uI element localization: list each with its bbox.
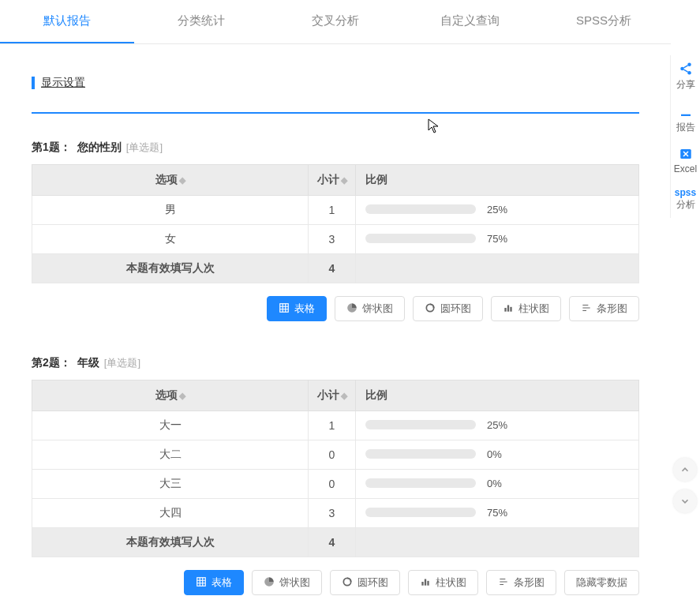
svg-point-12 (687, 71, 691, 75)
footer-total: 4 (309, 254, 356, 283)
svg-rect-7 (421, 582, 423, 586)
report-download-button[interactable]: 报告 (671, 98, 700, 141)
tab-4[interactable]: SPSS分析 (537, 0, 671, 43)
share-button[interactable]: 分享 (671, 55, 700, 98)
spss-icon: spss (675, 187, 696, 198)
question-number: 第1题： (32, 141, 71, 153)
question-block: 第2题：年级[单选题]选项◆小计◆比例大一125%大二00%大三00%大四375… (32, 356, 639, 595)
table-row: 女375% (32, 225, 639, 254)
tab-3[interactable]: 自定义查询 (402, 0, 537, 43)
table-row: 大三00% (32, 470, 639, 499)
header-subtotal[interactable]: 小计◆ (309, 380, 356, 411)
footer-label: 本题有效填写人次 (32, 528, 309, 557)
svg-rect-5 (197, 577, 206, 586)
question-type: [单选题] (126, 141, 163, 153)
table-row: 男125% (32, 196, 639, 225)
sort-icon: ◆ (341, 391, 347, 400)
chevron-down-icon (679, 496, 691, 507)
donut-chart-button[interactable]: 圆环图 (413, 296, 483, 321)
count-cell: 0 (309, 440, 356, 470)
bar-icon (420, 576, 431, 590)
data-table: 选项◆小计◆比例男125%女375%本题有效填写人次4 (32, 164, 639, 283)
table-icon (196, 576, 207, 590)
chart-type-buttons: 表格饼状图圆环图柱状图条形图 (32, 296, 639, 321)
tabs-nav: 默认报告分类统计交叉分析自定义查询SPSS分析 (0, 0, 671, 44)
table-footer: 本题有效填写人次4 (32, 528, 639, 557)
display-settings[interactable]: 显示设置 (32, 76, 639, 90)
barh-icon (498, 576, 509, 590)
svg-rect-2 (504, 308, 506, 312)
svg-rect-3 (507, 305, 509, 311)
header-option[interactable]: 选项◆ (32, 380, 309, 411)
barh-icon (581, 302, 592, 316)
right-sidebar: 分享 报告 Excel spss 分析 (670, 55, 700, 218)
tab-0[interactable]: 默认报告 (0, 0, 134, 43)
hide-zero-button[interactable]: 隐藏零数据 (564, 570, 639, 595)
svg-point-11 (680, 67, 684, 71)
question-type: [单选题] (104, 357, 140, 369)
pie-chart-button[interactable]: 饼状图 (335, 296, 405, 321)
option-cell: 女 (32, 225, 309, 254)
download-icon (679, 104, 693, 118)
excel-button[interactable]: Excel (671, 141, 700, 181)
sort-icon: ◆ (341, 175, 347, 185)
table-chart-button[interactable]: 表格 (267, 296, 327, 321)
tab-2[interactable]: 交叉分析 (268, 0, 402, 43)
scroll-up-button[interactable] (673, 458, 697, 482)
option-cell: 大一 (32, 411, 309, 440)
option-cell: 大四 (32, 499, 309, 528)
ratio-cell: 0% (356, 440, 639, 470)
chevron-up-icon (679, 464, 691, 475)
barh-chart-button[interactable]: 条形图 (486, 570, 556, 595)
header-subtotal[interactable]: 小计◆ (309, 165, 356, 196)
excel-icon (679, 147, 693, 161)
bar-icon (503, 302, 514, 316)
pie-icon (264, 576, 275, 590)
table-row: 大二00% (32, 440, 639, 470)
barh-chart-button[interactable]: 条形图 (569, 296, 639, 321)
sort-icon: ◆ (179, 175, 185, 185)
question-number: 第2题： (32, 356, 71, 369)
spss-button[interactable]: spss 分析 (671, 181, 700, 218)
question-title: 年级 (77, 356, 99, 369)
donut-icon (342, 576, 353, 590)
header-ratio: 比例 (356, 380, 639, 411)
donut-icon (425, 302, 436, 316)
ratio-cell: 75% (356, 499, 639, 528)
pie-icon (346, 302, 357, 316)
header-option[interactable]: 选项◆ (32, 165, 309, 196)
ratio-cell: 75% (356, 225, 639, 254)
question-header: 第1题：您的性别[单选题] (32, 141, 639, 155)
bar-chart-button[interactable]: 柱状图 (408, 570, 478, 595)
ratio-cell: 25% (356, 411, 639, 440)
svg-rect-9 (427, 580, 429, 585)
data-table: 选项◆小计◆比例大一125%大二00%大三00%大四375%本题有效填写人次4 (32, 380, 639, 557)
count-cell: 3 (309, 499, 356, 528)
footer-total: 4 (309, 528, 356, 557)
tab-1[interactable]: 分类统计 (134, 0, 268, 43)
marker-icon (32, 77, 35, 89)
donut-chart-button[interactable]: 圆环图 (330, 570, 400, 595)
count-cell: 3 (309, 225, 356, 254)
count-cell: 0 (309, 470, 356, 499)
display-settings-label: 显示设置 (41, 76, 85, 90)
scroll-down-button[interactable] (673, 489, 697, 513)
ratio-cell: 0% (356, 470, 639, 499)
svg-point-10 (687, 63, 691, 67)
question-block: 第1题：您的性别[单选题]选项◆小计◆比例男125%女375%本题有效填写人次4… (32, 141, 639, 321)
pie-chart-button[interactable]: 饼状图 (252, 570, 322, 595)
ratio-cell: 25% (356, 196, 639, 225)
table-chart-button[interactable]: 表格 (184, 570, 244, 595)
svg-rect-4 (510, 306, 511, 311)
question-title: 您的性别 (77, 141, 122, 153)
option-cell: 男 (32, 196, 309, 225)
table-footer: 本题有效填写人次4 (32, 254, 639, 283)
chart-type-buttons: 表格饼状图圆环图柱状图条形图隐藏零数据 (32, 570, 639, 595)
count-cell: 1 (309, 196, 356, 225)
option-cell: 大三 (32, 470, 309, 499)
svg-rect-0 (280, 303, 289, 312)
option-cell: 大二 (32, 440, 309, 470)
header-ratio: 比例 (356, 165, 639, 196)
bar-chart-button[interactable]: 柱状图 (491, 296, 561, 321)
table-row: 大四375% (32, 499, 639, 528)
